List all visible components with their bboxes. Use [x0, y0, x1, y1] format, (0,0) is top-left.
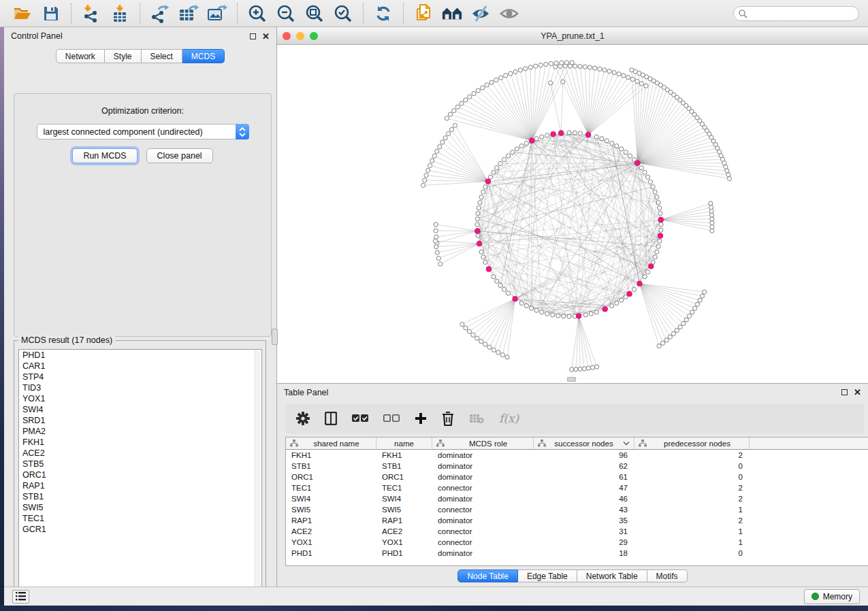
- vertical-splitter-grip[interactable]: [272, 329, 278, 345]
- node-table: shared namename MCDS role successor node…: [285, 437, 868, 566]
- table-row[interactable]: YOX1YOX1connector291: [286, 537, 868, 548]
- close-panel-icon[interactable]: ✕: [854, 389, 861, 395]
- zoom-fit-icon[interactable]: [304, 3, 325, 24]
- task-history-button[interactable]: [12, 590, 29, 604]
- column-header-shared-name[interactable]: shared name: [286, 437, 376, 449]
- table-cell: ORC1: [376, 473, 432, 481]
- mcds-result-list[interactable]: PHD1CAR1STP4TID3YOX1SWI4SRD1PMA2FKH1ACE2…: [18, 349, 262, 593]
- network-window-titlebar[interactable]: YPA_prune.txt_1: [277, 27, 868, 45]
- tab-edge-table[interactable]: Edge Table: [518, 569, 577, 582]
- share-document-icon[interactable]: [413, 3, 434, 24]
- tab-network[interactable]: Network: [56, 49, 105, 63]
- mcds-result-item[interactable]: PMA2: [19, 426, 261, 437]
- table-row[interactable]: STB1STB1dominator620: [286, 461, 868, 472]
- delete-column-icon[interactable]: [442, 412, 454, 426]
- table-cell: 1: [634, 506, 750, 514]
- export-image-icon[interactable]: [207, 3, 227, 24]
- mcds-result-title: MCDS result (17 nodes): [18, 335, 115, 345]
- mcds-result-item[interactable]: TID3: [19, 382, 261, 393]
- table-cell: ACE2: [286, 527, 376, 535]
- table-cell: STB1: [376, 462, 432, 470]
- search-icon: [738, 9, 748, 18]
- table-header-row: shared namename MCDS role successor node…: [286, 437, 868, 450]
- mcds-result-item[interactable]: ORC1: [19, 469, 261, 480]
- table-cell: 35: [534, 516, 634, 525]
- export-network-icon[interactable]: [150, 3, 170, 24]
- tab-style[interactable]: Style: [105, 49, 142, 63]
- zoom-out-icon[interactable]: [276, 3, 296, 24]
- panel-title: Control Panel: [11, 31, 63, 41]
- run-mcds-button[interactable]: Run MCDS: [72, 148, 137, 163]
- mcds-result-item[interactable]: STB5: [19, 459, 261, 469]
- close-panel-icon[interactable]: ✕: [262, 33, 270, 39]
- float-panel-icon[interactable]: [841, 389, 848, 395]
- network-graph[interactable]: [277, 45, 868, 382]
- mcds-result-item[interactable]: GCR1: [19, 524, 261, 535]
- mcds-result-item[interactable]: SWI4: [19, 404, 261, 415]
- column-header-name[interactable]: name: [376, 437, 432, 449]
- import-network-icon[interactable]: [81, 3, 101, 24]
- table-row[interactable]: ACE2ACE2connector311: [286, 526, 868, 537]
- table-row[interactable]: RAP1RAP1dominator352: [286, 515, 868, 526]
- table-cell: SWI5: [286, 506, 376, 514]
- mcds-result-item[interactable]: ACE2: [19, 448, 261, 459]
- horizontal-splitter-grip[interactable]: [567, 377, 576, 382]
- tab-node-table[interactable]: Node Table: [457, 569, 518, 582]
- close-panel-button[interactable]: Close panel: [146, 148, 213, 163]
- tab-select[interactable]: Select: [142, 49, 182, 63]
- list-scrollbar[interactable]: [255, 350, 261, 593]
- tab-motifs[interactable]: Motifs: [647, 569, 688, 582]
- select-all-checks-icon[interactable]: [352, 414, 368, 423]
- memory-status-icon: [811, 593, 819, 600]
- mcds-result-item[interactable]: SRD1: [19, 415, 261, 426]
- eye-hidden-icon[interactable]: [470, 3, 491, 24]
- mcds-result-item[interactable]: CAR1: [19, 361, 261, 371]
- table-cell: 31: [534, 527, 634, 535]
- search-field: [733, 6, 859, 21]
- mcds-result-item[interactable]: FKH1: [19, 437, 261, 448]
- table-row[interactable]: PHD1PHD1dominator180: [286, 548, 868, 559]
- table-cell: dominator: [432, 473, 534, 481]
- mcds-result-item[interactable]: STP4: [19, 371, 261, 382]
- table-row[interactable]: SWI4SWI4dominator462: [286, 493, 868, 504]
- tab-mcds[interactable]: MCDS: [182, 49, 225, 63]
- settings-gear-icon[interactable]: [296, 412, 310, 425]
- mcds-result-item[interactable]: TEC1: [19, 513, 261, 524]
- table-cell: dominator: [432, 451, 534, 459]
- table-row[interactable]: FKH1FKH1dominator962: [286, 450, 868, 461]
- network-canvas[interactable]: [277, 45, 868, 382]
- memory-button[interactable]: Memory: [804, 589, 860, 604]
- houses-icon[interactable]: [442, 3, 462, 24]
- save-icon[interactable]: [41, 3, 61, 24]
- optimization-dropdown[interactable]: largest connected component (undirected): [37, 124, 249, 139]
- eye-icon[interactable]: [499, 3, 519, 24]
- table-row[interactable]: SWI5SWI5connector431: [286, 504, 868, 515]
- deselect-checks-icon[interactable]: [383, 414, 400, 423]
- show-columns-icon[interactable]: [325, 412, 337, 425]
- zoom-selected-icon[interactable]: [333, 3, 353, 24]
- column-header-successor-nodes[interactable]: successor nodes: [534, 437, 634, 449]
- table-panel-header: Table Panel ✕: [277, 384, 868, 401]
- mcds-result-item[interactable]: RAP1: [19, 480, 261, 491]
- add-column-icon[interactable]: [415, 412, 427, 425]
- refresh-icon[interactable]: [373, 3, 393, 24]
- table-row[interactable]: TEC1TEC1connector472: [286, 482, 868, 493]
- column-header-predecessor-nodes[interactable]: predecessor nodes: [634, 437, 750, 449]
- mcds-result-item[interactable]: SWI5: [19, 502, 261, 513]
- tab-network-table[interactable]: Network Table: [577, 569, 647, 582]
- import-table-icon[interactable]: [110, 3, 130, 24]
- zoom-in-icon[interactable]: [247, 3, 268, 24]
- column-header-MCDS-role[interactable]: MCDS role: [432, 437, 534, 449]
- toolbar-separator: [403, 3, 404, 24]
- table-cell: 0: [634, 473, 750, 481]
- mcds-result-item[interactable]: PHD1: [19, 350, 261, 361]
- mcds-result-item[interactable]: YOX1: [19, 393, 261, 404]
- float-panel-icon[interactable]: [250, 33, 256, 39]
- export-table-icon[interactable]: [178, 3, 199, 24]
- table-row[interactable]: ORC1ORC1dominator610: [286, 472, 868, 482]
- folder-open-icon[interactable]: [12, 3, 33, 24]
- toolbar-separator: [237, 3, 238, 24]
- mcds-result-item[interactable]: STB1: [19, 491, 261, 502]
- mcds-tab-content: Optimization criterion: largest connecte…: [14, 93, 272, 337]
- search-input[interactable]: [733, 6, 859, 21]
